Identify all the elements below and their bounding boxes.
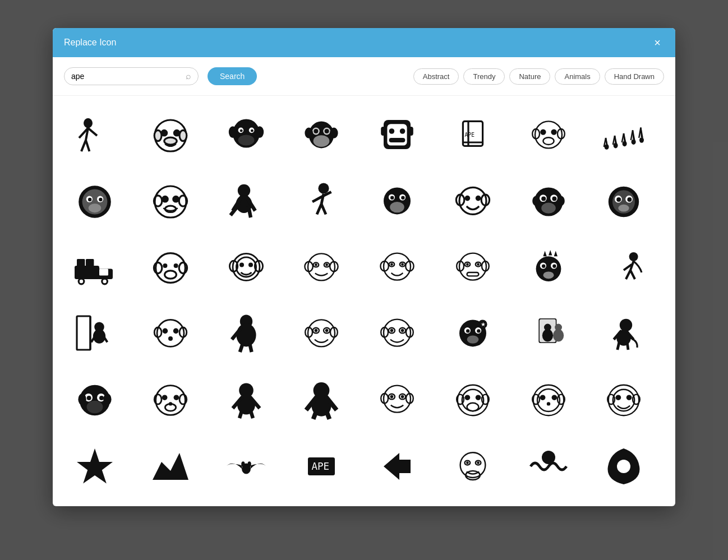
close-button[interactable]: ×: [651, 36, 664, 49]
svg-line-224: [628, 343, 629, 350]
icon-cell[interactable]: [518, 303, 579, 365]
svg-line-188: [250, 327, 251, 343]
search-input[interactable]: [71, 72, 181, 81]
filter-tags: Abstract Trendy Nature Animals Hand Draw…: [413, 68, 664, 85]
svg-point-91: [390, 202, 404, 212]
svg-marker-166: [549, 250, 552, 256]
dialog-header: Replace Icon ×: [53, 28, 675, 57]
icon-cell[interactable]: APE: [442, 105, 504, 166]
icon-cell[interactable]: [291, 171, 352, 233]
icon-cell[interactable]: [593, 171, 655, 233]
icon-cell[interactable]: [593, 105, 655, 166]
icon-cell[interactable]: ★: [442, 303, 504, 365]
svg-point-134: [248, 262, 253, 267]
dialog-toolbar: ⌕ Search Abstract Trendy Nature Animals …: [53, 57, 675, 96]
icon-cell[interactable]: [518, 436, 579, 497]
svg-point-31: [400, 128, 406, 134]
svg-line-251: [327, 412, 330, 419]
svg-point-107: [532, 196, 540, 206]
icon-cell[interactable]: [215, 237, 277, 299]
filter-hand-drawn[interactable]: Hand Drawn: [605, 68, 664, 85]
icon-cell[interactable]: [518, 171, 579, 233]
icon-cell[interactable]: [366, 369, 428, 431]
icon-cell[interactable]: [366, 171, 428, 233]
svg-point-164: [543, 271, 554, 279]
icon-cell[interactable]: [366, 237, 428, 299]
icon-cell[interactable]: [215, 369, 277, 431]
icon-cell[interactable]: [64, 369, 126, 431]
search-button[interactable]: Search: [208, 67, 257, 85]
filter-abstract[interactable]: Abstract: [413, 68, 459, 85]
icon-cell[interactable]: [291, 237, 352, 299]
modal-overlay[interactable]: Replace Icon × ⌕ Search Abstract Trendy …: [0, 0, 728, 560]
icon-cell[interactable]: [518, 369, 579, 431]
svg-point-255: [390, 395, 394, 399]
svg-rect-33: [381, 127, 385, 136]
icon-cell[interactable]: [366, 303, 428, 365]
icon-cell[interactable]: [140, 105, 201, 166]
icon-cell[interactable]: [291, 105, 352, 166]
svg-point-288: [466, 461, 469, 464]
svg-point-114: [628, 197, 632, 202]
svg-point-290: [466, 471, 480, 480]
icon-cell[interactable]: [140, 369, 201, 431]
icon-cell[interactable]: [593, 237, 655, 299]
svg-point-219: [620, 319, 632, 331]
icon-cell[interactable]: [215, 436, 277, 497]
icon-cell[interactable]: [291, 303, 352, 365]
svg-text:APE: APE: [312, 461, 330, 472]
icon-cell[interactable]: [140, 436, 201, 497]
icon-cell[interactable]: [215, 171, 277, 233]
svg-point-282: [247, 461, 251, 467]
icon-cell[interactable]: [291, 369, 352, 431]
svg-rect-116: [75, 266, 99, 279]
svg-point-268: [540, 395, 545, 400]
svg-point-168: [629, 252, 638, 261]
icon-cell[interactable]: [442, 369, 504, 431]
svg-line-190: [250, 344, 251, 352]
svg-point-216: [542, 329, 552, 341]
icon-cell[interactable]: [593, 303, 655, 365]
filter-trendy[interactable]: Trendy: [463, 68, 505, 85]
svg-point-113: [616, 197, 621, 202]
icon-cell[interactable]: [442, 237, 504, 299]
svg-point-25: [325, 129, 329, 133]
svg-point-10: [154, 130, 162, 141]
icon-cell[interactable]: [366, 436, 428, 497]
icon-cell[interactable]: [442, 171, 504, 233]
svg-point-24: [314, 129, 319, 133]
icon-grid-container[interactable]: APE: [53, 96, 675, 506]
icon-cell[interactable]: [215, 303, 277, 365]
icon-cell[interactable]: [64, 436, 126, 497]
svg-point-291: [542, 451, 555, 464]
filter-animals[interactable]: Animals: [555, 68, 600, 85]
svg-point-195: [325, 329, 329, 332]
icon-cell[interactable]: [442, 436, 504, 497]
icon-cell[interactable]: [64, 303, 126, 365]
svg-point-194: [315, 329, 318, 332]
icon-cell[interactable]: [64, 105, 126, 166]
svg-point-180: [162, 328, 168, 334]
icon-cell[interactable]: [64, 171, 126, 233]
svg-point-0: [84, 118, 93, 128]
svg-point-218: [553, 329, 564, 341]
icon-cell[interactable]: [215, 105, 277, 166]
icon-cell[interactable]: [593, 369, 655, 431]
svg-point-148: [401, 263, 404, 266]
icon-cell[interactable]: APE: [291, 436, 352, 497]
icon-cell[interactable]: [366, 105, 428, 166]
icon-cell[interactable]: [140, 303, 201, 365]
icon-cell[interactable]: [518, 105, 579, 166]
icon-cell[interactable]: [593, 436, 655, 497]
svg-point-154: [466, 263, 469, 266]
svg-point-53: [623, 141, 627, 147]
svg-marker-167: [554, 251, 557, 257]
filter-nature[interactable]: Nature: [509, 68, 550, 85]
icon-cell[interactable]: [140, 171, 201, 233]
svg-point-27: [330, 128, 338, 138]
icon-cell[interactable]: [64, 237, 126, 299]
svg-point-70: [99, 198, 102, 201]
icon-cell[interactable]: [140, 237, 201, 299]
icon-cell[interactable]: [518, 237, 579, 299]
svg-line-5: [88, 128, 97, 136]
